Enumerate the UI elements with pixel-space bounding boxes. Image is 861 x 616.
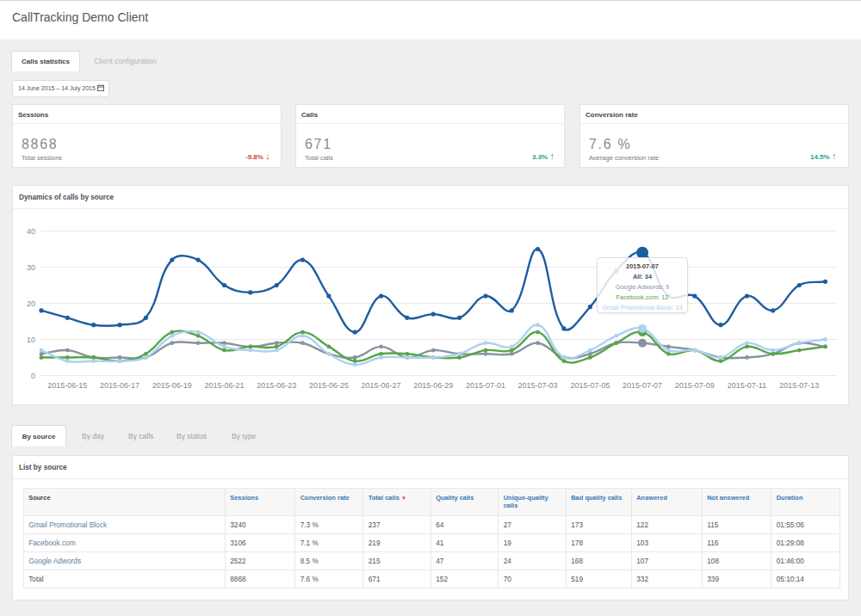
svg-text:2015-07-01: 2015-07-01 <box>466 381 505 390</box>
svg-text:2015-06-21: 2015-06-21 <box>204 381 244 390</box>
svg-text:2015-07-09: 2015-07-09 <box>675 381 715 390</box>
svg-text:2015-06-25: 2015-06-25 <box>309 381 349 390</box>
svg-text:10: 10 <box>27 336 35 344</box>
svg-text:2015-06-23: 2015-06-23 <box>257 381 296 390</box>
svg-text:40: 40 <box>27 227 35 236</box>
svg-text:2015-06-19: 2015-06-19 <box>152 381 192 390</box>
svg-text:2015-07-05: 2015-07-05 <box>570 381 610 390</box>
svg-text:2015-07-13: 2015-07-13 <box>779 381 819 390</box>
svg-text:2015-07-03: 2015-07-03 <box>518 381 558 390</box>
svg-text:2015-07-11: 2015-07-11 <box>728 381 766 390</box>
svg-text:2015-06-17: 2015-06-17 <box>100 381 139 390</box>
svg-text:30: 30 <box>27 263 35 272</box>
svg-text:2015-06-29: 2015-06-29 <box>413 381 453 390</box>
svg-text:2015-06-15: 2015-06-15 <box>47 381 87 390</box>
svg-text:0: 0 <box>31 372 35 380</box>
svg-text:2015-06-27: 2015-06-27 <box>362 381 401 390</box>
svg-text:20: 20 <box>27 299 35 308</box>
svg-text:2015-07-07: 2015-07-07 <box>623 381 662 390</box>
